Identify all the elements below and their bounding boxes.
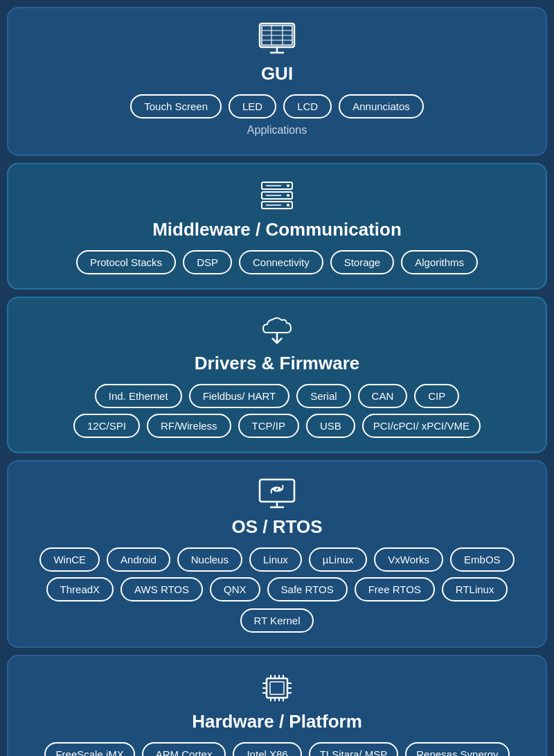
gui-title: GUI: [261, 63, 293, 85]
tag-usb: USB: [306, 414, 355, 438]
os-title: OS / RTOS: [232, 516, 323, 538]
drivers-section: Drivers & Firmware Ind. Ethernet Fieldbu…: [7, 297, 547, 453]
tag-storage: Storage: [330, 250, 395, 274]
tag-android: Android: [107, 547, 170, 572]
gui-icon: [256, 21, 298, 59]
hardware-title: Hardware / Platform: [192, 711, 362, 732]
tag-cip: CIP: [414, 384, 459, 408]
hardware-section: Hardware / Platform FreeScale iMX ARM Co…: [7, 655, 547, 756]
os-row2: ThreadX AWS RTOS QNX Safe RTOS Free RTOS…: [19, 577, 535, 633]
drivers-title: Drivers & Firmware: [195, 353, 359, 374]
os-section: OS / RTOS WinCE Android Nucleus Linux µL…: [7, 460, 547, 648]
tag-fieldbus-hart: Fieldbus/ HART: [189, 384, 290, 408]
tag-embos: EmbOS: [450, 547, 515, 572]
tag-rt-kernel: RT Kernel: [240, 608, 314, 633]
tag-ulinux: µLinux: [309, 547, 368, 572]
svg-point-13: [287, 194, 289, 197]
tag-safe-rtos: Safe RTOS: [267, 577, 348, 601]
tag-nucleus: Nucleus: [177, 547, 242, 572]
tag-freescale-imx: FreeScale iMX: [44, 742, 134, 756]
tag-free-rtos: Free RTOS: [355, 577, 435, 601]
hardware-tags: FreeScale iMX ARM Cortex Intel X86 TI Si…: [19, 742, 535, 756]
svg-point-14: [287, 204, 289, 206]
drivers-row2: 12C/SPI RF/Wireless TCP/IP USB PCI/cPCI/…: [19, 414, 535, 438]
middleware-icon: [256, 177, 298, 215]
tag-ind-ethernet: Ind. Ethernet: [95, 384, 182, 408]
middleware-section: Middleware / Communication Protocol Stac…: [7, 163, 547, 290]
svg-point-12: [287, 184, 289, 187]
tag-intel-x86: Intel X86: [233, 742, 301, 756]
drivers-row1: Ind. Ethernet Fieldbus/ HART Serial CAN …: [19, 384, 535, 408]
tag-renesas-synergy: Renesas Synergy: [405, 742, 509, 756]
tag-led: LED: [229, 94, 276, 118]
hardware-icon: [256, 669, 298, 707]
tag-wince: WinCE: [39, 547, 100, 572]
tag-lcd: LCD: [283, 94, 332, 118]
gui-sub-label: Applications: [247, 124, 307, 137]
middleware-tags: Protocol Stacks DSP Connectivity Storage…: [19, 250, 535, 274]
tag-can: CAN: [358, 384, 408, 408]
middleware-title: Middleware / Communication: [152, 219, 402, 240]
tag-arm-cortex: ARM Cortex: [142, 742, 226, 756]
tag-i2c-spi: 12C/SPI: [73, 414, 140, 438]
drivers-icon: [256, 310, 298, 349]
os-row1: WinCE Android Nucleus Linux µLinux VxWor…: [19, 547, 535, 572]
tag-vxworks: VxWorks: [374, 547, 443, 572]
svg-rect-23: [270, 682, 284, 694]
os-icon: [256, 474, 298, 512]
tag-touch-screen: Touch Screen: [130, 94, 222, 118]
tag-annunciatos: Annunciatos: [339, 94, 424, 118]
tag-aws-rtos: AWS RTOS: [120, 577, 203, 601]
tag-connectivity: Connectivity: [239, 250, 323, 274]
gui-section: GUI Touch Screen LED LCD Annunciatos App…: [7, 7, 547, 156]
tag-dsp: DSP: [183, 250, 232, 274]
tag-pci: PCI/cPCI/ xPCI/VME: [362, 414, 481, 438]
tag-protocol-stacks: Protocol Stacks: [76, 250, 176, 274]
tag-algorithms: Algorithms: [401, 250, 478, 274]
tag-qnx: QNX: [210, 577, 260, 601]
tag-ti-sitara: TI Sitara/ MSP: [309, 742, 399, 756]
tag-rf-wireless: RF/Wireless: [147, 414, 231, 438]
tag-tcp-ip: TCP/IP: [238, 414, 299, 438]
tag-serial: Serial: [296, 384, 350, 408]
gui-tags: Touch Screen LED LCD Annunciatos: [19, 94, 535, 118]
tag-threadx: ThreadX: [46, 577, 114, 601]
tag-rtlinux: RTLinux: [442, 577, 508, 601]
tag-linux: Linux: [249, 547, 302, 572]
